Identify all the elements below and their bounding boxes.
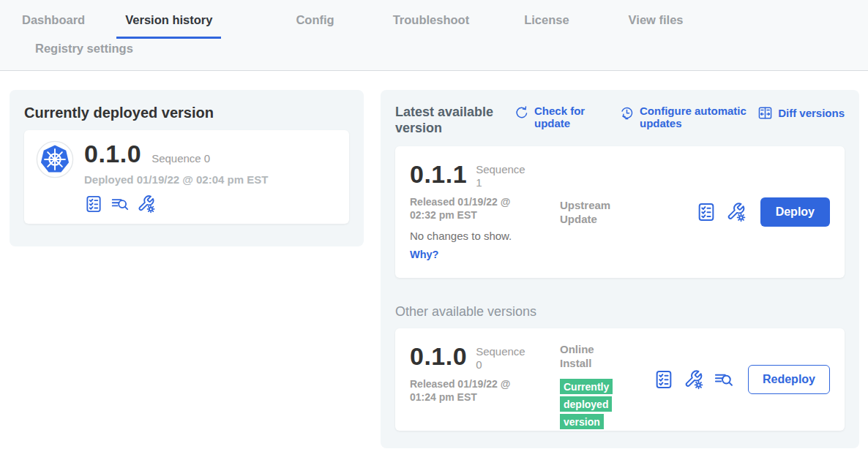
preflight-checks-icon[interactable]	[84, 195, 103, 214]
latest-version-number: 0.1.1	[410, 161, 467, 188]
other-version-info: 0.1.0 Sequence 0 Released 01/19/22 @ 01:…	[410, 343, 560, 416]
check-for-update-link[interactable]: Check for update	[514, 105, 596, 130]
deployed-version-actions	[84, 195, 268, 214]
check-for-update-label: Check for update	[534, 105, 596, 130]
edit-config-icon[interactable]	[137, 195, 156, 214]
preflight-checks-icon[interactable]	[654, 369, 674, 390]
latest-version-card: 0.1.1 Sequence 1 Released 01/19/22 @ 02:…	[395, 146, 845, 278]
latest-released-timestamp: Released 01/19/22 @ 02:32 pm EST	[410, 196, 538, 222]
other-version-number: 0.1.0	[410, 343, 467, 370]
kubernetes-logo-icon	[36, 140, 74, 178]
currently-deployed-badge: Currently deployed version	[560, 379, 613, 429]
refresh-icon	[514, 105, 529, 121]
edit-config-icon[interactable]	[726, 202, 747, 222]
other-version-card: 0.1.0 Sequence 0 Released 01/19/22 @ 01:…	[395, 328, 845, 431]
deployed-version-details: 0.1.0 Sequence 0 Deployed 01/19/22 @ 02:…	[84, 140, 268, 214]
latest-sequence-label: Sequence 1	[476, 163, 528, 189]
latest-available-panel: Latest available version Check for updat…	[381, 90, 859, 448]
schedule-update-icon	[619, 105, 635, 121]
currently-deployed-badge-wrap: Currently deployed version	[560, 378, 614, 431]
latest-available-title: Latest available version	[395, 105, 506, 136]
redeploy-button[interactable]: Redeploy	[748, 365, 830, 394]
main-content: Currently deployed version	[0, 71, 868, 448]
tab-row-secondary: Registry settings	[0, 40, 868, 65]
upstream-update-label: Upstream Update	[560, 199, 618, 227]
other-sequence-label: Sequence 0	[476, 345, 528, 371]
view-logs-icon[interactable]	[714, 369, 734, 390]
latest-version-info: 0.1.1 Sequence 1 Released 01/19/22 @ 02:…	[410, 161, 560, 263]
edit-config-icon[interactable]	[684, 369, 704, 390]
no-changes-note: No changes to show.	[410, 230, 560, 242]
other-available-versions-title: Other available versions	[395, 304, 845, 320]
preflight-checks-icon[interactable]	[696, 202, 717, 222]
deployed-timestamp: Deployed 01/19/22 @ 02:04 pm EST	[84, 173, 268, 186]
tab-license[interactable]: License	[515, 12, 577, 39]
deployed-version-number: 0.1.0	[84, 140, 141, 167]
latest-card-actions: Deploy	[696, 197, 830, 227]
view-logs-icon[interactable]	[111, 195, 130, 214]
tab-troubleshoot[interactable]: Troubleshoot	[384, 12, 479, 39]
tab-view-files[interactable]: View files	[620, 12, 692, 39]
diff-versions-label: Diff versions	[778, 107, 845, 121]
tab-registry-settings[interactable]: Registry settings	[26, 40, 142, 65]
tab-dashboard[interactable]: Dashboard	[13, 12, 94, 39]
deploy-button[interactable]: Deploy	[760, 197, 830, 227]
tab-config[interactable]: Config	[287, 12, 343, 39]
diff-versions-link[interactable]: Diff versions	[757, 105, 845, 121]
currently-deployed-panel: Currently deployed version	[10, 90, 364, 246]
deployed-version-card: 0.1.0 Sequence 0 Deployed 01/19/22 @ 02:…	[24, 130, 349, 224]
latest-source-column: Upstream Update	[560, 161, 640, 263]
why-link[interactable]: Why?	[410, 249, 560, 260]
online-install-label: Online Install	[560, 343, 618, 371]
tab-version-history[interactable]: Version history	[116, 12, 221, 39]
diff-icon	[757, 105, 773, 121]
configure-automatic-updates-link[interactable]: Configure automatic updates	[619, 105, 749, 130]
latest-available-header: Latest available version Check for updat…	[395, 105, 845, 136]
other-source-column: Online Install Currently deployed versio…	[560, 343, 640, 416]
other-card-actions: Redeploy	[654, 365, 830, 394]
configure-automatic-updates-label: Configure automatic updates	[640, 105, 749, 130]
tab-row-primary: Dashboard Version history Config Trouble…	[0, 12, 868, 39]
currently-deployed-title: Currently deployed version	[24, 105, 349, 121]
deployed-sequence-label: Sequence 0	[151, 152, 210, 165]
nav-header: Dashboard Version history Config Trouble…	[0, 0, 868, 71]
other-released-timestamp: Released 01/19/22 @ 01:24 pm EST	[410, 378, 538, 404]
